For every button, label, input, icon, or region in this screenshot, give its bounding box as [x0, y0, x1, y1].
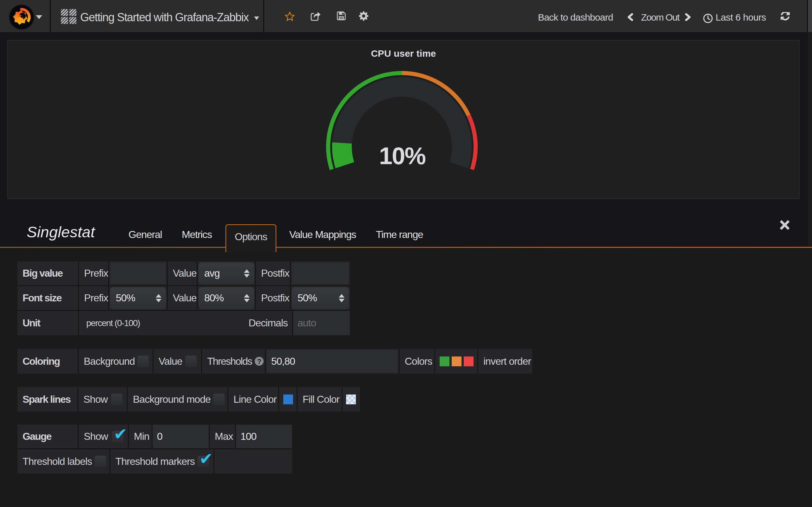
- svg-text:?: ?: [257, 357, 261, 365]
